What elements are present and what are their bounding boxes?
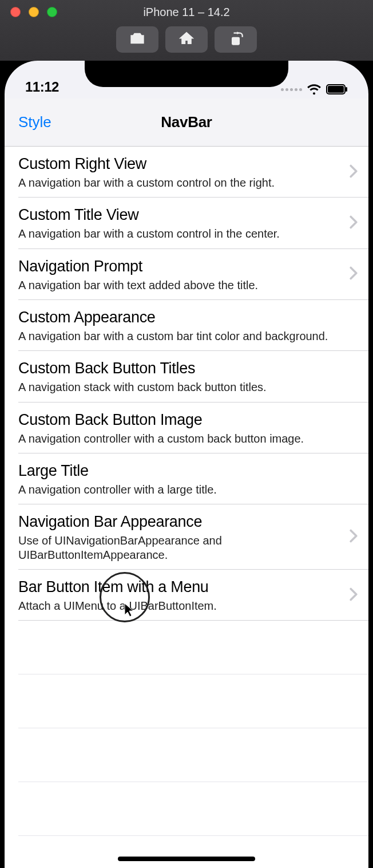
status-right [281, 84, 348, 95]
empty-row [5, 782, 368, 836]
battery-icon [326, 84, 348, 94]
table-row-text: Bar Button Item with a MenuAttach a UIMe… [18, 578, 349, 613]
svg-rect-3 [328, 86, 344, 93]
table-row-subtitle: A navigation stack with custom back butt… [18, 380, 351, 394]
chevron-right-icon [349, 587, 358, 603]
wifi-icon [307, 84, 322, 95]
device-notch [85, 61, 288, 87]
device-screen: 11:12 [5, 61, 368, 868]
table-row-title: Navigation Prompt [18, 257, 342, 276]
table-row[interactable]: Custom Title ViewA navigation bar with a… [5, 198, 368, 248]
table-row-text: Navigation PromptA navigation bar with t… [18, 257, 349, 292]
minimize-window-button[interactable] [29, 7, 39, 17]
cellular-dots-icon [281, 88, 302, 91]
simulator-toolbar [0, 23, 373, 61]
table-row-subtitle: A navigation controller with a custom ba… [18, 432, 351, 445]
device-frame: 11:12 [0, 61, 373, 868]
table-row[interactable]: Large TitleA navigation controller with … [5, 453, 368, 504]
table-row-text: Navigation Bar AppearanceUse of UINaviga… [18, 512, 349, 562]
navigation-bar: Style NavBar [5, 98, 368, 147]
table-row-subtitle: A navigation bar with a custom control i… [18, 227, 342, 240]
empty-row [5, 728, 368, 782]
table-row-title: Custom Back Button Image [18, 411, 351, 429]
table-row[interactable]: Custom Back Button TitlesA navigation st… [5, 351, 368, 402]
home-indicator[interactable] [118, 857, 255, 861]
table-row-subtitle: Attach a UIMenu to a UIBarButtonItem. [18, 599, 342, 613]
table-row-text: Large TitleA navigation controller with … [18, 461, 358, 496]
table-row-text: Custom Back Button ImageA navigation con… [18, 411, 358, 445]
table-row-title: Custom Right View [18, 155, 342, 173]
table-row-subtitle: A navigation controller with a large tit… [18, 483, 351, 496]
nav-title: NavBar [161, 113, 212, 131]
table-row-title: Bar Button Item with a Menu [18, 578, 342, 597]
empty-row [5, 621, 368, 674]
chevron-right-icon [349, 215, 358, 231]
table-view[interactable]: Custom Right ViewA navigation bar with a… [5, 147, 368, 868]
table-row-subtitle: A navigation bar with a custom control o… [18, 176, 342, 190]
table-row[interactable]: Custom Back Button ImageA navigation con… [5, 403, 368, 453]
share-icon [228, 30, 244, 49]
table-row[interactable]: Custom AppearanceA navigation bar with a… [5, 300, 368, 351]
svg-rect-4 [346, 87, 347, 92]
camera-icon [129, 30, 145, 49]
table-row-subtitle: Use of UINavigationBarAppearance and UIB… [18, 534, 342, 562]
window-traffic-lights [0, 7, 57, 17]
screenshot-button[interactable] [116, 26, 158, 53]
table-row-text: Custom AppearanceA navigation bar with a… [18, 308, 358, 343]
chevron-right-icon [349, 164, 358, 180]
back-button[interactable]: Style [18, 113, 51, 131]
table-row[interactable]: Navigation PromptA navigation bar with t… [5, 249, 368, 300]
status-time: 11:12 [25, 79, 59, 95]
simulator-titlebar: iPhone 11 – 14.2 [0, 1, 373, 23]
table-row-subtitle: A navigation bar with a custom bar tint … [18, 329, 351, 343]
simulator-window-chrome: iPhone 11 – 14.2 [0, 0, 373, 61]
table-row-text: Custom Right ViewA navigation bar with a… [18, 155, 349, 190]
close-window-button[interactable] [10, 7, 21, 17]
svg-point-0 [134, 37, 140, 42]
table-row-title: Custom Appearance [18, 308, 351, 327]
table-row-text: Custom Title ViewA navigation bar with a… [18, 206, 349, 240]
empty-row [5, 674, 368, 728]
table-row-title: Custom Back Button Titles [18, 359, 351, 378]
table-row-subtitle: A navigation bar with text added above t… [18, 278, 342, 292]
table-row-title: Large Title [18, 461, 351, 480]
home-icon [178, 30, 195, 49]
chevron-right-icon [349, 529, 358, 545]
table-row[interactable]: Bar Button Item with a MenuAttach a UIMe… [5, 570, 368, 621]
table-row[interactable]: Custom Right ViewA navigation bar with a… [5, 147, 368, 198]
home-button[interactable] [165, 26, 208, 53]
chevron-right-icon [349, 266, 358, 282]
svg-rect-1 [232, 37, 240, 45]
table-row-title: Navigation Bar Appearance [18, 512, 342, 531]
rotate-button[interactable] [215, 26, 257, 53]
table-row-title: Custom Title View [18, 206, 342, 224]
table-row[interactable]: Navigation Bar AppearanceUse of UINaviga… [5, 504, 368, 570]
zoom-window-button[interactable] [47, 7, 57, 17]
table-row-text: Custom Back Button TitlesA navigation st… [18, 359, 358, 394]
